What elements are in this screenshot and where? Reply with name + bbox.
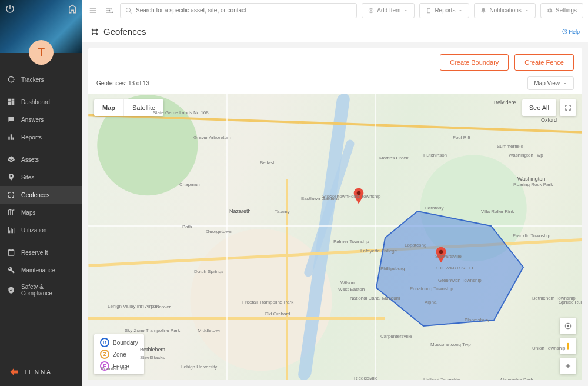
svg-point-0: [8, 76, 14, 82]
search-field[interactable]: [120, 3, 357, 18]
see-all-button[interactable]: See All: [522, 99, 556, 116]
sidebar-header: T: [0, 0, 82, 53]
topbar-btn-label: Add Item: [377, 7, 400, 14]
add-item-button[interactable]: Add Item: [362, 3, 415, 18]
chevron-down-icon: [458, 8, 463, 13]
sidebar-item-sites[interactable]: Sites: [0, 168, 82, 186]
sidebar-item-assets[interactable]: Assets: [0, 151, 82, 168]
svg-marker-3: [376, 211, 523, 326]
recenter-button[interactable]: [560, 318, 576, 334]
pegman-button[interactable]: [560, 338, 576, 354]
geofence-count: Geofences: 13 of 13: [96, 80, 149, 86]
hamburger-icon: [89, 6, 97, 15]
reports-button[interactable]: Reports: [419, 3, 469, 18]
search-input[interactable]: [136, 7, 352, 14]
menu-toggle-button[interactable]: [87, 5, 99, 16]
chevron-down-icon: [524, 8, 529, 13]
bell-icon: [480, 8, 486, 14]
road: [226, 94, 228, 380]
crosshair-icon: [7, 75, 15, 84]
chevron-down-icon: [403, 8, 408, 13]
avatar[interactable]: T: [29, 40, 54, 65]
chat-icon: [7, 115, 15, 124]
sidebar-item-trackers[interactable]: Trackers: [0, 71, 82, 88]
help-link[interactable]: Help: [562, 29, 580, 35]
map-type-satellite[interactable]: Satellite: [123, 99, 163, 116]
sliders-icon: [105, 6, 113, 15]
geofence-polygon[interactable]: [365, 205, 529, 335]
sidebar-item-utilization[interactable]: Utilization: [0, 221, 82, 239]
sidebar-item-label: Answers: [21, 117, 44, 123]
road: [88, 317, 385, 320]
create-boundary-button[interactable]: Create Boundary: [440, 54, 509, 71]
legend-letter: B: [100, 338, 109, 347]
svg-point-7: [567, 325, 569, 327]
map[interactable]: Map Satellite See All BBoundary ZZone: [88, 94, 582, 380]
sidebar-item-label: Reports: [21, 134, 42, 141]
search-icon: [125, 7, 132, 14]
sidebar-item-label: Maps: [21, 209, 35, 216]
svg-point-5: [439, 250, 443, 254]
legend-row-fence: FFence: [100, 361, 138, 371]
geofence-title-icon: [91, 28, 99, 36]
panel-subhead: Geofences: 13 of 13 Map View: [88, 76, 582, 94]
filter-button[interactable]: [103, 5, 115, 16]
plus-circle-icon: [368, 8, 374, 14]
building-icon[interactable]: [67, 4, 78, 16]
topbar-btn-label: Notifications: [489, 7, 521, 14]
map-view-toggle[interactable]: Map View: [527, 76, 574, 90]
sidebar-item-label: Trackers: [21, 76, 44, 83]
page-title: Geofences: [103, 26, 146, 36]
road: [286, 179, 288, 380]
sidebar-item-maps[interactable]: Maps: [0, 204, 82, 221]
legend-row-zone: ZZone: [100, 350, 138, 359]
sidebar-item-label: Safety & Compliance: [21, 284, 75, 297]
shield-check-icon: [7, 286, 15, 294]
svg-point-2: [563, 29, 567, 34]
sidebar-item-reserveit[interactable]: Reserve It: [0, 244, 82, 261]
geofence-icon: [7, 191, 15, 199]
sidebar-items: Trackers Dashboard Answers Reports Asset…: [0, 71, 82, 358]
map-type-map[interactable]: Map: [94, 99, 123, 116]
map-icon: [7, 208, 15, 217]
legend-label: Zone: [113, 351, 126, 358]
create-fence-button[interactable]: Create Fence: [514, 54, 574, 71]
chevron-down-icon: [563, 81, 567, 86]
sidebar-item-reports[interactable]: Reports: [0, 128, 82, 146]
avatar-letter: T: [38, 46, 45, 59]
document-icon: [426, 8, 432, 14]
sidebar-item-label: Assets: [21, 157, 39, 163]
zoom-in-button[interactable]: [560, 358, 576, 374]
power-icon[interactable]: [5, 4, 15, 16]
sidebar-item-geofences[interactable]: Geofences: [0, 186, 82, 204]
wrench-icon: [7, 266, 15, 274]
logo-text: TENNA: [24, 369, 52, 375]
sidebar-item-answers[interactable]: Answers: [0, 111, 82, 128]
map-pin[interactable]: [435, 247, 447, 263]
sidebar-item-maintenance[interactable]: Maintenance: [0, 261, 82, 279]
sidebar-item-label: Maintenance: [21, 267, 55, 274]
pegman-icon: [564, 342, 572, 350]
help-icon: [562, 29, 567, 34]
topbar-btn-label: Settings: [556, 7, 577, 14]
logo-mark-icon: [8, 366, 20, 378]
analytics-icon: [7, 226, 15, 234]
fullscreen-button[interactable]: [560, 99, 576, 116]
notifications-button[interactable]: Notifications: [474, 3, 535, 18]
sidebar-item-dashboard[interactable]: Dashboard: [0, 93, 82, 111]
sidebar-item-label: Dashboard: [21, 99, 50, 105]
topbar-btn-label: Reports: [435, 7, 455, 14]
map-view-label: Map View: [534, 80, 560, 86]
legend-letter: Z: [100, 350, 109, 359]
main: Add Item Reports Notifications Settings …: [82, 0, 588, 386]
legend-row-boundary: BBoundary: [100, 338, 138, 347]
sidebar-item-safety[interactable]: Safety & Compliance: [0, 279, 82, 301]
brand-logo: TENNA: [0, 358, 82, 386]
settings-button[interactable]: Settings: [540, 3, 583, 18]
bar-chart-icon: [7, 133, 15, 141]
map-pin[interactable]: [353, 188, 365, 204]
sidebar-item-label: Reserve It: [21, 249, 48, 256]
map-legend[interactable]: BBoundary ZZone FFence: [94, 334, 144, 374]
fullscreen-icon: [564, 104, 572, 112]
gear-icon: [547, 8, 553, 14]
